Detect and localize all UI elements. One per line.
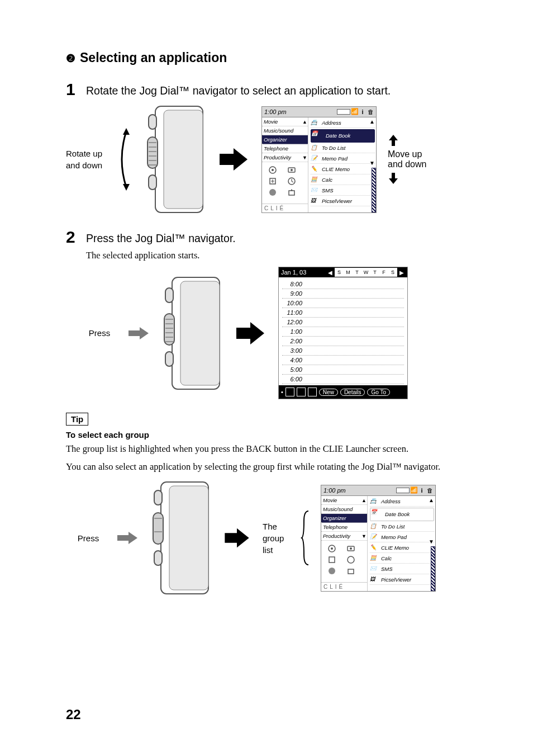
step-2-subtext: The selected application starts.: [86, 250, 472, 261]
tip-title: To select each group: [66, 430, 472, 440]
group-list-label: The group list: [263, 521, 289, 556]
svg-marker-23: [389, 135, 398, 146]
svg-rect-45: [154, 490, 162, 505]
goto-button: Go To: [367, 389, 390, 396]
scroll-down-icon-b: ▼: [429, 538, 434, 545]
scroll-down-icon: ▼: [369, 160, 375, 166]
svg-rect-51: [329, 557, 335, 563]
arrow-right-icon: [217, 145, 250, 173]
press-label-2: Press: [78, 533, 99, 543]
svg-point-15: [272, 169, 274, 171]
prev-week-icon: ◀: [327, 270, 334, 276]
shortcut-b-4: [346, 555, 356, 564]
press-arrow-icon-2: [116, 530, 139, 546]
shortcut-icon-6: [287, 188, 297, 197]
app-memopad: 📝Memo Pad: [311, 154, 375, 164]
footer-view-icon-2: [297, 388, 306, 396]
move-label-column: Move up and down: [388, 134, 436, 185]
footer-view-icon-3: [308, 388, 317, 396]
shortcut-b-6: [346, 566, 356, 575]
press-arrow-icon: [127, 325, 150, 342]
svg-rect-35: [165, 352, 173, 366]
app-todolist: 📋To Do List: [311, 144, 375, 153]
shortcut-icon-4: [287, 177, 297, 186]
datebook-header: Jan 1, 03 ◀ S M T W T F S ▶: [279, 267, 407, 277]
svg-rect-54: [348, 569, 354, 574]
clie-launcher-screen-group-hl: 1:00 pm 📶 i 🗑 Movie▲ Music/sound Organiz…: [321, 485, 436, 592]
device-jogdial-illustration: [144, 103, 206, 215]
group-list-panel: Movie▲ Music/sound Organizer Telephone P…: [262, 117, 308, 212]
group-music: Music/sound: [262, 126, 308, 135]
new-button: New: [319, 389, 338, 396]
scrollbar: [372, 168, 376, 212]
svg-point-53: [329, 568, 335, 574]
svg-rect-27: [180, 281, 220, 385]
shortcut-icon-5: [268, 188, 278, 197]
app-sms-b: ✉️SMS: [370, 565, 434, 574]
group-organizer-b: Organizer: [321, 514, 367, 523]
launcher-header-b: 1:00 pm 📶 i 🗑: [321, 485, 435, 496]
svg-rect-40: [169, 486, 208, 590]
device-back-illustration: [150, 479, 211, 597]
trash-icon: 🗑: [426, 487, 433, 494]
svg-point-17: [291, 169, 293, 171]
rotate-arrow-icon: [116, 126, 133, 193]
step-2-text: Press the Jog Dial™ navigator.: [86, 229, 236, 245]
info-icon: i: [359, 108, 366, 115]
shortcut-icon-1: [268, 166, 278, 174]
dow-selector: S M T W T F S: [335, 268, 397, 277]
page-number: 22: [66, 707, 81, 722]
step-circle-2: ❷: [66, 52, 75, 65]
app-memopad-b: 📝Memo Pad: [370, 533, 434, 542]
step-number: 2: [66, 229, 78, 245]
brace-icon: [301, 510, 310, 566]
clie-logo-b: CLIÉ: [321, 582, 367, 591]
db-date: Jan 1, 03: [281, 269, 306, 276]
svg-rect-12: [149, 115, 156, 129]
shortcut-icon-2: [287, 166, 297, 174]
scroll-up-icon: ▲: [369, 119, 375, 125]
shortcut-b-3: [327, 555, 337, 564]
svg-point-48: [331, 547, 333, 550]
section-heading: ❷ Selecting an application: [66, 50, 472, 65]
arrow-up-icon: [388, 134, 399, 147]
svg-rect-36: [165, 288, 173, 303]
info-icon: i: [418, 487, 425, 494]
scrollbar-b: [431, 546, 435, 591]
move-label: Move up and down: [388, 149, 436, 169]
group-productivity: Productivity▼: [262, 153, 308, 162]
footer-view-icon-1: [285, 388, 294, 396]
app-cliememo: ✏️CLIE Memo: [311, 165, 375, 174]
header-time-b: 1:00 pm: [323, 487, 346, 494]
svg-rect-21: [289, 191, 294, 195]
app-calc-b: 🧮Calc: [370, 554, 434, 564]
svg-marker-13: [220, 148, 248, 171]
app-datebook: 📅Date Book: [311, 129, 375, 143]
group-music-b: Music/sound: [321, 505, 367, 514]
arrow-right-icon: [234, 319, 267, 347]
step-2: 2 Press the Jog Dial™ navigator.: [66, 229, 472, 245]
svg-marker-22: [291, 189, 293, 191]
battery-icon: [396, 488, 410, 493]
group-movie: Movie▲: [262, 117, 308, 126]
shortcut-b-2: [346, 544, 356, 553]
datebook-screen: Jan 1, 03 ◀ S M T W T F S ▶ 8:00 9:00 10…: [278, 267, 408, 399]
arrow-down-icon: [388, 172, 399, 185]
tip-body-2: You can also select an application by se…: [66, 460, 472, 474]
group-telephone-b: Telephone: [321, 523, 367, 532]
svg-marker-46: [225, 528, 249, 548]
group-movie-b: Movie▲: [321, 496, 367, 505]
svg-rect-41: [153, 513, 163, 544]
signal-icon: 📶: [351, 108, 358, 115]
clie-logo: CLIÉ: [262, 204, 308, 212]
svg-rect-3: [164, 110, 203, 209]
group-list-panel-b: Movie▲ Music/sound Organizer Telephone P…: [321, 496, 368, 591]
launcher-header: 1:00 pm 📶 i 🗑: [262, 107, 376, 117]
shortcut-b-1: [327, 544, 337, 553]
datebook-body: 8:00 9:00 10:00 11:00 12:00 1:00 2:00 3:…: [279, 277, 407, 385]
step-1: 1 Rotate the Jog Dial™ navigator to sele…: [66, 81, 472, 98]
svg-marker-25: [129, 327, 149, 339]
footer-dot-icon: •: [281, 389, 283, 395]
app-address-b: 📇Address: [370, 497, 434, 507]
app-picselviewer-b: 🖼PicselViewer: [370, 575, 434, 585]
